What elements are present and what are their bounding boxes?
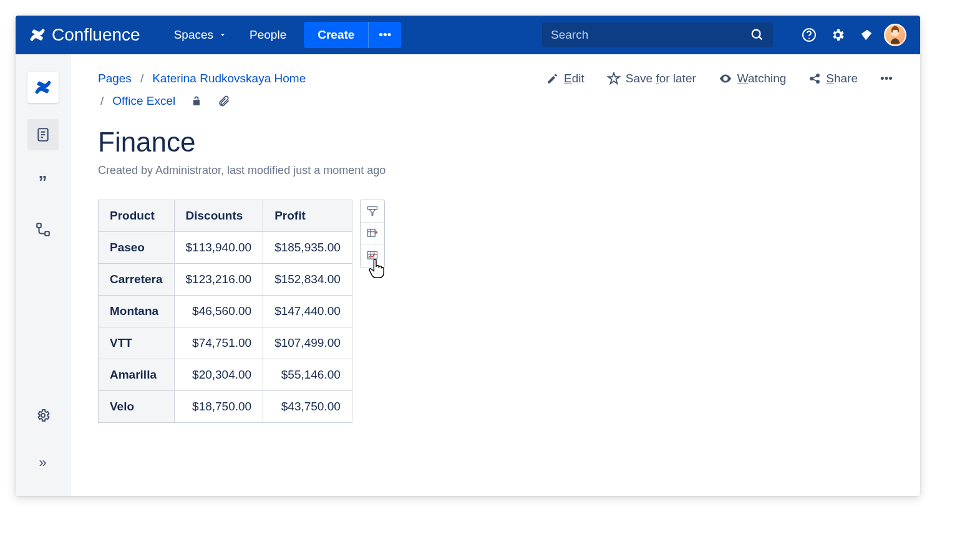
page-content: Pages / Katerina Rudkovskaya Home / Offi…: [70, 54, 920, 496]
svg-line-16: [813, 76, 817, 78]
search-box[interactable]: [542, 22, 773, 47]
nav-spaces[interactable]: Spaces: [164, 23, 237, 47]
app-logo[interactable]: Confluence: [29, 25, 140, 45]
page-meta: Created by Administrator, last modified …: [98, 164, 893, 177]
more-actions[interactable]: •••: [880, 72, 893, 85]
cell-product: Paseo: [99, 232, 175, 264]
share-action[interactable]: Share: [808, 72, 858, 85]
table-wrap: Product Discounts Profit Paseo$113,940.0…: [98, 200, 893, 423]
pencil-icon: [546, 72, 559, 85]
cell-product: Amarilla: [99, 359, 175, 391]
svg-point-11: [41, 414, 45, 417]
help-icon: [802, 27, 817, 42]
filter-icon: [366, 205, 379, 218]
attachments-icon[interactable]: [218, 95, 230, 107]
breadcrumb-current[interactable]: Office Excel: [112, 94, 175, 108]
sidebar-expand[interactable]: »: [27, 447, 59, 478]
cell-discounts: $113,940.00: [174, 232, 263, 264]
col-product[interactable]: Product: [99, 200, 175, 232]
table-chart-tool[interactable]: [361, 245, 384, 268]
cell-product: Montana: [99, 296, 175, 327]
sidebar-pages[interactable]: [27, 119, 59, 150]
ellipsis-icon: •••: [379, 28, 391, 42]
cell-discounts: $46,560.00: [174, 296, 263, 327]
restrictions-icon[interactable]: [190, 95, 203, 107]
nav-people[interactable]: People: [240, 23, 296, 47]
gear-icon: [36, 408, 51, 423]
body-area: ” » || Pages / Katerina Rud: [16, 54, 920, 496]
watching-action[interactable]: Watching: [719, 72, 787, 85]
svg-rect-9: [37, 223, 41, 228]
page-actions: Edit Save for later Watching: [546, 72, 893, 85]
svg-point-3: [808, 38, 810, 39]
ellipsis-icon: •••: [880, 72, 893, 85]
search-icon: [750, 28, 764, 42]
confluence-icon: [29, 27, 46, 43]
pivot-icon: [366, 228, 379, 240]
breadcrumb-home[interactable]: Katerina Rudkovskaya Home: [152, 72, 306, 85]
col-profit[interactable]: Profit: [263, 200, 352, 232]
app-name: Confluence: [52, 25, 140, 45]
nav-menu: Spaces People Create •••: [164, 22, 402, 48]
table-row[interactable]: Montana$46,560.00$147,440.00: [99, 296, 352, 327]
breadcrumb-pages[interactable]: Pages: [98, 72, 132, 85]
table-header-row: Product Discounts Profit: [99, 200, 352, 232]
cell-profit: $185,935.00: [263, 232, 352, 264]
gear-icon: [830, 27, 845, 42]
help-button[interactable]: [798, 24, 820, 46]
svg-line-17: [813, 79, 817, 81]
svg-line-1: [759, 37, 762, 40]
svg-point-0: [752, 30, 760, 38]
sidebar-settings[interactable]: [27, 400, 59, 431]
svg-rect-22: [367, 252, 377, 259]
page-title: Finance: [98, 127, 893, 158]
svg-rect-18: [367, 206, 377, 209]
table-filter-tool[interactable]: [361, 200, 384, 223]
eye-icon: [719, 72, 732, 85]
notifications-button[interactable]: [855, 24, 878, 46]
settings-button[interactable]: [827, 24, 849, 46]
cell-profit: $43,750.00: [263, 391, 352, 423]
chevron-down-icon: [218, 31, 227, 39]
space-logo[interactable]: [27, 72, 59, 103]
col-discounts[interactable]: Discounts: [174, 200, 263, 232]
cell-discounts: $20,304.00: [174, 359, 263, 391]
share-icon: [808, 72, 821, 85]
app-window: Confluence Spaces People Create •••: [16, 16, 920, 496]
cell-profit: $152,834.00: [263, 264, 352, 296]
edit-action[interactable]: Edit: [546, 72, 585, 85]
cell-product: VTT: [99, 327, 175, 359]
user-avatar[interactable]: [884, 24, 906, 46]
cell-profit: $107,499.00: [263, 327, 352, 359]
tree-icon: [35, 221, 51, 238]
pointer-cursor-icon: [367, 259, 386, 280]
table-row[interactable]: Velo$18,750.00$43,750.00: [99, 391, 352, 423]
svg-rect-10: [45, 231, 49, 236]
table-row[interactable]: VTT$74,751.00$107,499.00: [99, 327, 352, 359]
notification-icon: [860, 28, 873, 42]
create-more-button[interactable]: •••: [368, 22, 401, 48]
svg-point-12: [724, 77, 727, 80]
cell-product: Carretera: [99, 264, 175, 296]
sidebar-tree[interactable]: [27, 214, 59, 245]
table-row[interactable]: Paseo$113,940.00$185,935.00: [99, 232, 352, 264]
table-row[interactable]: Carretera$123,216.00$152,834.00: [99, 264, 352, 296]
page-icon: [35, 127, 51, 143]
table-tools: [360, 200, 385, 268]
search-input[interactable]: [551, 28, 744, 42]
chevron-right-double-icon: »: [39, 455, 46, 471]
create-button[interactable]: Create: [304, 22, 368, 48]
sidebar-blog[interactable]: ”: [27, 167, 59, 198]
table-row[interactable]: Amarilla$20,304.00$55,146.00: [99, 359, 352, 391]
top-nav: Confluence Spaces People Create •••: [16, 16, 920, 54]
sidebar: ” »: [16, 54, 70, 496]
svg-rect-19: [367, 229, 375, 236]
cell-profit: $147,440.00: [263, 296, 352, 327]
save-for-later-action[interactable]: Save for later: [607, 72, 696, 85]
cell-product: Velo: [99, 391, 175, 423]
cell-profit: $55,146.00: [263, 359, 352, 391]
cell-discounts: $18,750.00: [174, 391, 263, 423]
table-pivot-tool[interactable]: [361, 223, 384, 245]
quote-icon: ”: [39, 172, 47, 192]
cell-discounts: $123,216.00: [174, 264, 263, 296]
